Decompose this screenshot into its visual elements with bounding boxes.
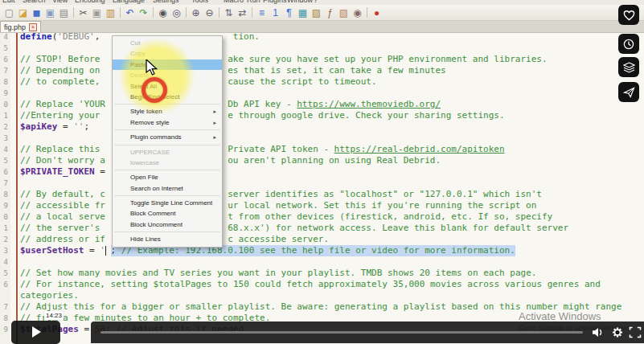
menubar-item-plugins[interactable]: Plugins <box>263 0 287 4</box>
seek-bar[interactable] <box>100 331 583 334</box>
sync-scroll-h-icon[interactable]: ⇄ <box>236 6 249 19</box>
zoom-out-icon[interactable]: ⊖ <box>203 6 216 19</box>
line-number: 3 <box>0 133 8 144</box>
zoom-in-icon[interactable]: ⊕ <box>189 6 203 19</box>
sync-scroll-v-icon[interactable]: ⇅ <box>222 6 236 19</box>
menu-item-begin-end-select[interactable]: Begin/End Select <box>113 92 222 102</box>
undo-icon[interactable]: ↶ <box>123 6 137 19</box>
code-segment: // accessible fr <box>20 200 105 211</box>
cut-icon[interactable]: ✂ <box>76 6 90 19</box>
settings-gear-icon[interactable] <box>611 326 624 338</box>
line-number: 5 <box>0 43 8 54</box>
menu-item-search-on-internet[interactable]: Search on Internet <box>113 183 222 194</box>
menubar-item-macro[interactable]: Macro <box>224 0 244 4</box>
menu-item-block-uncomment[interactable]: Block Uncomment <box>113 219 222 230</box>
code-segment: // Replace 'YOUR <box>20 99 105 110</box>
share-button[interactable] <box>618 82 639 102</box>
menu-item-toggle-single-line-comment[interactable]: Toggle Single Line Comment <box>113 198 222 208</box>
play-icon <box>32 326 41 338</box>
code-line: // address or ifc accessibe server. <box>0 234 644 245</box>
code-segment: $apiKey <box>20 121 57 133</box>
code-line: // Depending on es that is set, it can t… <box>0 65 644 76</box>
submenu-arrow-icon: ▸ <box>213 117 216 128</box>
print-icon[interactable]: ▤ <box>57 6 71 19</box>
find-icon[interactable]: ◉ <box>156 6 170 19</box>
menubar-item-tools[interactable]: Tools <box>191 0 208 4</box>
playlist-button[interactable] <box>618 57 639 77</box>
code-segment: // Replace this <box>20 144 105 155</box>
code-segment: '' <box>73 121 84 133</box>
volume-icon[interactable] <box>591 326 604 338</box>
record-macro-icon[interactable]: ● <box>370 6 384 19</box>
save-all-icon[interactable]: ▣ <box>43 6 57 19</box>
show-all-chars-icon[interactable]: ¶ <box>282 6 296 19</box>
code-line: categories. <box>0 290 644 301</box>
code-segment: Private API token - <box>228 144 334 155</box>
menubar-item-[interactable]: ? <box>314 0 318 4</box>
menu-item-style-token[interactable]: Style token▸ <box>113 106 222 117</box>
toolbar: ▢◪◼▣▤✂▣▥↶↷◉◎⊕⊖⇅⇄≡1¶▦▨ƒ▧◉● <box>0 5 644 21</box>
menu-item-lowercase[interactable]: lowercase <box>113 158 222 168</box>
play-button[interactable] <box>11 321 60 344</box>
paste-icon[interactable]: ▥ <box>104 6 117 19</box>
favorite-button[interactable] <box>618 5 639 25</box>
code-line: // the server's 68.x.x') for network acc… <box>0 223 644 234</box>
code-segment: 68.x.x') for network access. Leave this … <box>228 223 568 234</box>
indent-guide-icon[interactable]: ▦ <box>296 6 310 19</box>
open-folder-icon[interactable]: ◪ <box>16 6 30 19</box>
monitor-icon[interactable]: ◉ <box>351 6 364 19</box>
menu-item-open-file[interactable]: Open File <box>113 172 222 182</box>
code-segment: https://real-debrid.com/apitoken <box>334 144 505 155</box>
word-wrap-icon[interactable]: ≡ <box>255 6 269 19</box>
menu-item-plugin-commands[interactable]: Plugin commands▸ <box>113 132 222 142</box>
menubar-item-window[interactable]: Window <box>287 0 313 4</box>
folder-workspace-icon[interactable]: ▧ <box>337 6 351 19</box>
video-frame: EditSearchViewEncodingLanguageSettingsTo… <box>0 0 644 344</box>
code-segment: $PRIVATE_TOKEN <box>20 166 95 178</box>
menubar-item-search[interactable]: Search <box>23 0 46 4</box>
code-line: // Don't worry aou aren't planning on us… <box>0 155 644 166</box>
redo-icon[interactable]: ↷ <box>137 6 150 19</box>
code-segment: $userSetHost <box>20 245 84 256</box>
menu-item-block-comment[interactable]: Block Comment <box>113 208 222 219</box>
copy-icon[interactable]: ▣ <box>90 6 104 19</box>
menu-item-paste[interactable]: Paste <box>113 59 222 70</box>
menubar-item-run[interactable]: Run <box>247 0 260 4</box>
menu-item-copy[interactable]: Copy <box>113 48 222 59</box>
menu-item-hide-lines[interactable]: Hide Lines <box>113 234 222 244</box>
save-icon[interactable]: ◼ <box>30 6 43 19</box>
new-file-icon[interactable]: ▢ <box>2 6 16 19</box>
tab-label: fig.php <box>4 23 26 31</box>
menu-separator <box>114 104 220 104</box>
code-line: $PRIVATE_TOKEN = <box>0 166 644 178</box>
tab-close-icon[interactable]: × <box>29 23 37 31</box>
menu-separator <box>114 170 220 170</box>
menubar-item-view[interactable]: View <box>52 0 68 4</box>
tab-bar: fig.php × <box>0 21 644 33</box>
line-numbers-icon[interactable]: 1 <box>269 6 282 19</box>
replace-icon[interactable]: ◎ <box>170 6 183 19</box>
fullscreen-icon[interactable] <box>629 326 642 338</box>
code-segment: = <box>84 245 100 256</box>
code-segment: // By default, c <box>20 189 105 200</box>
menu-item-remove-style[interactable]: Remove style▸ <box>113 117 222 128</box>
tab-config-php[interactable]: fig.php × <box>0 21 41 32</box>
text-caret <box>105 246 106 256</box>
code-segment: es that is set, it can take a few minute… <box>228 65 446 76</box>
code-segment: ; <box>84 121 89 133</box>
menubar-item-encoding[interactable]: Encoding <box>75 0 105 4</box>
code-segment: // Don't worry a <box>20 155 105 166</box>
menu-item-select-all[interactable]: Select All <box>113 81 222 92</box>
function-list-icon[interactable]: ƒ <box>323 6 337 19</box>
menu-item-delete[interactable]: Delete <box>113 70 222 80</box>
menu-item-cut[interactable]: Cut <box>113 38 222 48</box>
code-line: // accessible frur local network. Set th… <box>0 200 644 211</box>
doc-map-icon[interactable]: ▨ <box>310 6 323 19</box>
toolbar-separator <box>153 7 154 18</box>
menubar-item-settings[interactable]: Settings <box>153 0 179 4</box>
menubar-item-edit[interactable]: Edit <box>2 0 15 4</box>
watch-later-button[interactable] <box>618 34 639 54</box>
menu-item-uppercase[interactable]: UPPERCASE <box>113 147 222 158</box>
menubar-item-language[interactable]: Language <box>113 0 145 4</box>
line-number: 9 <box>0 88 8 99</box>
